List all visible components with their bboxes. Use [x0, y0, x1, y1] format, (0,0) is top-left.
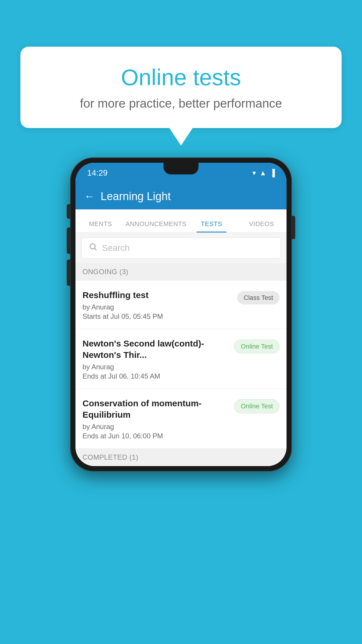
phone-screen: 14:29 ▾ ▲ ▐ ← Learning Light MENTS ANNOU…: [75, 163, 287, 466]
status-icons: ▾ ▲ ▐: [252, 169, 275, 177]
test-date-3: Ends at Jun 10, 06:00 PM: [82, 432, 228, 440]
power-button: [292, 216, 295, 239]
test-author-2: by Anurag: [82, 363, 228, 371]
completed-section-header: COMPLETED (1): [75, 449, 287, 466]
test-item[interactable]: Conservation of momentum-Equilibrium by …: [75, 389, 287, 449]
ongoing-section-header: ONGOING (3): [75, 263, 287, 281]
status-time: 14:29: [87, 168, 108, 178]
volume-up-button: [67, 228, 70, 254]
speech-bubble-title: Online tests: [44, 64, 318, 91]
search-placeholder: Search: [102, 243, 130, 253]
back-button[interactable]: ←: [84, 190, 95, 202]
svg-line-1: [95, 249, 96, 250]
speech-bubble-section: Online tests for more practice, better p…: [20, 47, 342, 146]
search-container: Search: [75, 233, 287, 263]
search-icon: [89, 242, 97, 253]
test-name-1: Reshuffling test: [82, 289, 231, 301]
phone-outer: 14:29 ▾ ▲ ▐ ← Learning Light MENTS ANNOU…: [70, 158, 292, 471]
tabs: MENTS ANNOUNCEMENTS TESTS VIDEOS: [75, 209, 287, 233]
tab-tests[interactable]: TESTS: [187, 220, 237, 232]
test-badge-3: Online Test: [234, 399, 280, 413]
test-info-3: Conservation of momentum-Equilibrium by …: [82, 398, 228, 440]
phone: 14:29 ▾ ▲ ▐ ← Learning Light MENTS ANNOU…: [70, 158, 292, 471]
test-author-1: by Anurag: [82, 303, 231, 311]
speech-bubble: Online tests for more practice, better p…: [20, 47, 342, 128]
test-item[interactable]: Newton's Second law(contd)-Newton's Thir…: [75, 329, 287, 389]
wifi-icon: ▾: [252, 169, 256, 177]
speech-bubble-subtitle: for more practice, better performance: [44, 97, 318, 111]
speech-bubble-tail: [169, 128, 193, 146]
test-author-3: by Anurag: [82, 423, 228, 431]
test-date-2: Ends at Jul 06, 10:45 AM: [82, 372, 228, 380]
test-info-2: Newton's Second law(contd)-Newton's Thir…: [82, 338, 228, 380]
search-box[interactable]: Search: [81, 237, 281, 258]
test-item[interactable]: Reshuffling test by Anurag Starts at Jul…: [75, 281, 287, 329]
volume-down-button: [67, 260, 70, 286]
test-date-1: Starts at Jul 05, 05:45 PM: [82, 312, 231, 321]
battery-icon: ▐: [270, 169, 275, 177]
tab-announcements[interactable]: ANNOUNCEMENTS: [126, 220, 187, 232]
app-title: Learning Light: [101, 190, 171, 203]
test-info-1: Reshuffling test by Anurag Starts at Jul…: [82, 289, 231, 321]
tab-ments[interactable]: MENTS: [75, 220, 126, 232]
test-name-2: Newton's Second law(contd)-Newton's Thir…: [82, 338, 228, 360]
test-list: Reshuffling test by Anurag Starts at Jul…: [75, 281, 287, 449]
notch: [164, 163, 198, 174]
test-name-3: Conservation of momentum-Equilibrium: [82, 398, 228, 420]
app-header: ← Learning Light: [75, 183, 287, 209]
signal-icon: ▲: [259, 169, 266, 177]
tab-videos[interactable]: VIDEOS: [236, 220, 287, 232]
silent-button: [67, 204, 70, 219]
status-bar: 14:29 ▾ ▲ ▐: [75, 163, 287, 183]
test-badge-2: Online Test: [234, 340, 280, 354]
test-badge-1: Class Test: [237, 291, 280, 304]
